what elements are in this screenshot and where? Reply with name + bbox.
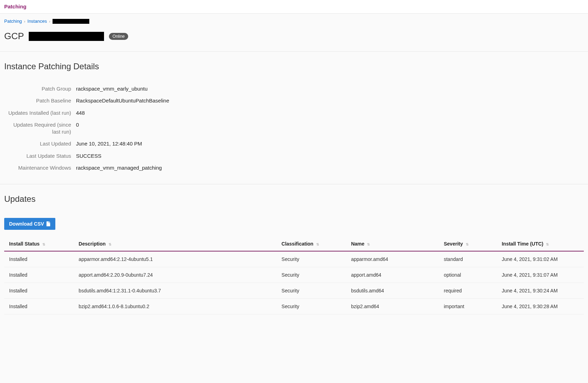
cell-description: bsdutils.amd64:1:2.31.1-0.4ubuntu3.7: [74, 283, 277, 299]
breadcrumb-root-link[interactable]: Patching: [4, 19, 22, 24]
breadcrumb: Patching › Instances ›: [0, 14, 588, 26]
cell-install_time: June 4, 2021, 9:30:24 AM: [497, 283, 584, 299]
details-row: Patch Grouprackspace_vmm_early_ubuntu: [4, 85, 249, 92]
download-csv-label: Download CSV: [9, 221, 44, 227]
download-csv-button[interactable]: Download CSV: [4, 218, 55, 230]
details-value: 0: [76, 121, 79, 128]
cell-description: apparmor.amd64:2.12-4ubuntu5.1: [74, 251, 277, 267]
column-header-install-time[interactable]: Install Time (UTC) ⇅: [497, 237, 584, 251]
sort-icon: ⇅: [42, 242, 45, 246]
cell-description: apport.amd64:2.20.9-0ubuntu7.24: [74, 267, 277, 283]
breadcrumb-instances-link[interactable]: Instances: [27, 19, 47, 24]
cell-name: bzip2.amd64: [346, 299, 439, 314]
sort-icon: ⇅: [367, 242, 370, 246]
breadcrumb-current-redacted: [53, 19, 89, 24]
details-label: Patch Baseline: [4, 97, 76, 104]
cloud-provider-label: GCP: [4, 31, 24, 42]
details-row: Updates Installed (last run)448: [4, 109, 249, 116]
cell-classification: Security: [277, 267, 346, 283]
cell-install_time: June 4, 2021, 9:31:07 AM: [497, 267, 584, 283]
file-icon: [46, 221, 50, 226]
column-header-classification[interactable]: Classification ⇅: [277, 237, 346, 251]
page-title-row: GCP Online: [0, 26, 588, 51]
column-header-install-status[interactable]: Install Status ⇅: [4, 237, 74, 251]
column-header-description[interactable]: Description ⇅: [74, 237, 277, 251]
cell-severity: standard: [439, 251, 497, 267]
details-value: June 10, 2021, 12:48:40 PM: [76, 140, 142, 147]
column-label: Classification: [282, 241, 313, 247]
cell-status: Installed: [4, 299, 74, 314]
updates-heading: Updates: [4, 194, 584, 204]
cell-install_time: June 4, 2021, 9:31:02 AM: [497, 251, 584, 267]
app-title: Patching: [4, 3, 26, 9]
cell-severity: optional: [439, 267, 497, 283]
cell-install_time: June 4, 2021, 9:30:28 AM: [497, 299, 584, 314]
chevron-right-icon: ›: [49, 19, 50, 23]
cell-status: Installed: [4, 283, 74, 299]
updates-section: Updates Download CSV Install Status ⇅ De…: [0, 184, 588, 327]
table-row: Installedapport.amd64:2.20.9-0ubuntu7.24…: [4, 267, 584, 283]
details-row: Last UpdatedJune 10, 2021, 12:48:40 PM: [4, 140, 249, 147]
details-value: rackspace_vmm_early_ubuntu: [76, 85, 147, 92]
app-header: Patching: [0, 0, 588, 14]
details-value: rackspace_vmm_managed_patching: [76, 164, 162, 171]
sort-icon: ⇅: [316, 242, 319, 246]
sort-icon: ⇅: [466, 242, 469, 246]
details-label: Maintenance Windows: [4, 164, 76, 171]
details-row: Maintenance Windowsrackspace_vmm_managed…: [4, 164, 249, 171]
details-label: Updates Installed (last run): [4, 109, 76, 116]
details-value: RackspaceDefaultUbuntuPatchBaseline: [76, 97, 169, 104]
cell-name: bsdutils.amd64: [346, 283, 439, 299]
details-label: Patch Group: [4, 85, 76, 92]
updates-tbody: Installedapparmor.amd64:2.12-4ubuntu5.1S…: [4, 251, 584, 314]
column-label: Severity: [444, 241, 463, 247]
cell-status: Installed: [4, 251, 74, 267]
instance-name-redacted: [29, 32, 104, 41]
column-label: Install Status: [9, 241, 40, 247]
column-label: Install Time (UTC): [502, 241, 544, 247]
details-list: Patch Grouprackspace_vmm_early_ubuntuPat…: [4, 85, 249, 171]
cell-name: apport.amd64: [346, 267, 439, 283]
sort-icon: ⇅: [546, 242, 549, 246]
table-row: Installedapparmor.amd64:2.12-4ubuntu5.1S…: [4, 251, 584, 267]
sort-icon: ⇅: [109, 242, 111, 246]
cell-severity: required: [439, 283, 497, 299]
cell-classification: Security: [277, 251, 346, 267]
table-header-row: Install Status ⇅ Description ⇅ Classific…: [4, 237, 584, 251]
column-label: Name: [351, 241, 364, 247]
cell-classification: Security: [277, 283, 346, 299]
details-row: Last Update StatusSUCCESS: [4, 153, 249, 159]
cell-name: apparmor.amd64: [346, 251, 439, 267]
updates-table: Install Status ⇅ Description ⇅ Classific…: [4, 237, 584, 314]
cell-status: Installed: [4, 267, 74, 283]
instance-details-section: Instance Patching Details Patch Grouprac…: [0, 52, 588, 184]
table-row: Installedbsdutils.amd64:1:2.31.1-0.4ubun…: [4, 283, 584, 299]
column-header-name[interactable]: Name ⇅: [346, 237, 439, 251]
details-row: Updates Required (since last run)0: [4, 121, 249, 136]
details-value: SUCCESS: [76, 153, 102, 159]
details-heading: Instance Patching Details: [4, 62, 584, 71]
cell-description: bzip2.amd64:1.0.6-8.1ubuntu0.2: [74, 299, 277, 314]
chevron-right-icon: ›: [24, 19, 26, 23]
cell-classification: Security: [277, 299, 346, 314]
column-label: Description: [79, 241, 106, 247]
table-row: Installedbzip2.amd64:1.0.6-8.1ubuntu0.2S…: [4, 299, 584, 314]
column-header-severity[interactable]: Severity ⇅: [439, 237, 497, 251]
cell-severity: important: [439, 299, 497, 314]
status-badge: Online: [109, 33, 128, 40]
details-label: Updates Required (since last run): [4, 121, 76, 136]
details-label: Last Updated: [4, 140, 76, 147]
details-value: 448: [76, 109, 85, 116]
details-label: Last Update Status: [4, 153, 76, 159]
details-row: Patch BaselineRackspaceDefaultUbuntuPatc…: [4, 97, 249, 104]
